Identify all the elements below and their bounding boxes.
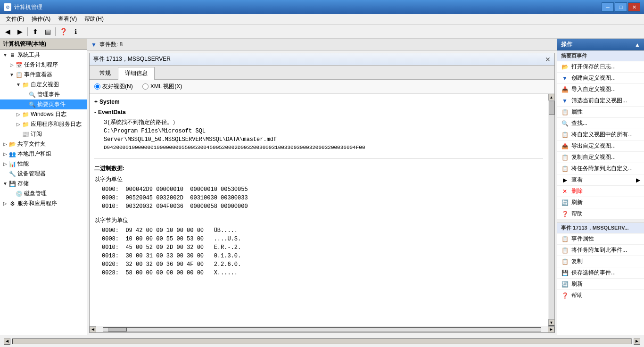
radio-xml[interactable]: XML 视图(X)	[142, 83, 182, 91]
event-detail-dialog: 事件 17113，MSSQLSERVER ✕ 常规 详细信息 友好视图(N) X…	[89, 53, 555, 333]
action-create-custom-view[interactable]: ▼ 创建自定义视图...	[557, 73, 644, 84]
tree-item-performance[interactable]: ▷ 📊 性能	[0, 159, 87, 169]
custom-views-icon: 📁	[22, 81, 29, 89]
action-copy-view[interactable]: 📋 复制自定义视图...	[557, 152, 644, 163]
action-refresh-2[interactable]: 🔄 刷新	[557, 279, 644, 290]
scrollbar-right-btn[interactable]: ▶	[548, 326, 554, 333]
action-import-view[interactable]: 📥 导入自定义视图...	[557, 84, 644, 95]
tree-item-system-tools[interactable]: ▼ 🖥 系统工具	[0, 50, 87, 60]
action-view[interactable]: ▶ 查看 ▶	[557, 174, 644, 186]
detail-scrollbar[interactable]: ▲ ▼	[548, 94, 554, 326]
action-delete[interactable]: ✕ 删除	[557, 186, 644, 197]
action-export-view[interactable]: 📤 导出自定义视图...	[557, 140, 644, 152]
menu-view[interactable]: 查看(V)	[54, 14, 81, 24]
device-manager-icon: 🔧	[8, 170, 16, 178]
tree-item-admin-events[interactable]: 🔍 管理事件	[0, 90, 87, 99]
scrollbar-horizontal-track[interactable]	[103, 327, 541, 332]
byte-unit-bytes-label: 以字节为单位	[94, 216, 543, 224]
maximize-button[interactable]: □	[615, 2, 627, 12]
toolbar-back[interactable]: ◀	[2, 26, 13, 37]
tree-item-event-viewer[interactable]: ▼ 📋 事件查看器	[0, 70, 87, 80]
properties-icon: 📋	[561, 108, 569, 116]
action-open-log[interactable]: 📂 打开保存的日志...	[557, 61, 644, 73]
tab-detail[interactable]: 详细信息	[118, 67, 155, 80]
section-system[interactable]: + System	[94, 97, 543, 107]
expand-icon-shared: ▷	[2, 141, 8, 148]
tree-item-storage[interactable]: ▼ 💾 存储	[0, 179, 87, 189]
scrollbar-horizontal-thumb[interactable]	[108, 328, 127, 331]
scrollbar-up-btn[interactable]: ▲	[548, 94, 555, 100]
action-save-event[interactable]: 💾 保存选择的事件...	[557, 267, 644, 279]
close-button[interactable]: ✕	[628, 2, 640, 12]
toolbar-sep-1	[27, 27, 28, 36]
tree-item-task-scheduler[interactable]: ▷ 📅 任务计划程序	[0, 60, 87, 70]
status-scroll-track[interactable]	[12, 339, 632, 344]
action-export-all[interactable]: 📋 将自定义视图中的所有...	[557, 129, 644, 140]
section-eventdata[interactable]: - EventData	[94, 107, 543, 117]
close-dialog-button[interactable]: ✕	[545, 56, 551, 63]
word-line-2: 0010: 00320032 004F0036 00000058 0000000…	[102, 202, 543, 211]
toolbar-help[interactable]: ❓	[58, 26, 69, 37]
event-detail-header: 事件 17113，MSSQLSERVER ✕	[90, 53, 554, 66]
expand-icon-disk	[8, 190, 15, 197]
refresh-icon-2: 🔄	[561, 281, 569, 288]
action-event-props[interactable]: 📋 事件属性	[557, 233, 644, 245]
detail-scroll-container: + System - EventData 3(系统找不到指定的路径。） C:\P…	[90, 94, 554, 326]
expand-icon-storage: ▼	[2, 181, 8, 187]
tree-item-custom-views[interactable]: ▼ 📁 自定义视图	[0, 80, 87, 90]
status-scroll-right[interactable]: ▶	[634, 338, 640, 345]
word-line-0: 0000: 000042D9 00000010 00000010 0053005…	[102, 185, 543, 194]
action-attach-event-task[interactable]: 📋 将任务附加到此事件...	[557, 245, 644, 256]
toolbar-info[interactable]: ℹ	[70, 26, 81, 37]
tree-item-windows-log[interactable]: ▷ 📁 Windows 日志	[0, 109, 87, 119]
tab-general[interactable]: 常规	[92, 67, 118, 79]
tree-item-device-manager[interactable]: 🔧 设备管理器	[0, 169, 87, 179]
tree-item-summary-events[interactable]: 🔍 摘要页事件	[0, 99, 87, 109]
action-properties[interactable]: 📋 属性	[557, 107, 644, 118]
scrollbar-left-btn[interactable]: ◀	[90, 326, 96, 333]
status-scroll-left[interactable]: ◀	[4, 338, 10, 345]
action-find[interactable]: 🔍 查找...	[557, 118, 644, 129]
toolbar-up[interactable]: ⬆	[30, 26, 41, 37]
eventdata-content: 3(系统找不到指定的路径。） C:\Program Files\Microsof…	[94, 117, 543, 155]
expand-icon-event-viewer: ▼	[8, 72, 15, 78]
toolbar-sep-2	[55, 27, 56, 36]
menu-help[interactable]: 帮助(H)	[81, 14, 107, 24]
tree-item-services-apps[interactable]: ▷ ⚙ 服务和应用程序	[0, 198, 87, 208]
action-help-2[interactable]: ❓ 帮助	[557, 290, 644, 301]
tree-item-disk-mgmt[interactable]: 💿 磁盘管理	[0, 189, 87, 198]
action-filter-view[interactable]: ▼ 筛选当前自定义视图...	[557, 95, 644, 107]
radio-friendly-input[interactable]	[94, 83, 100, 90]
menu-action[interactable]: 操作(A)	[28, 14, 54, 24]
tree-item-shared-folders[interactable]: ▷ 📂 共享文件夹	[0, 139, 87, 149]
scrollbar-down-btn[interactable]: ▼	[548, 319, 555, 326]
system-label: System	[99, 99, 120, 105]
event-text4: D942000010000000100000000550053004500520…	[104, 144, 543, 152]
radio-friendly[interactable]: 友好视图(N)	[94, 83, 133, 91]
scrollbar-thumb[interactable]	[549, 101, 554, 115]
toolbar-forward[interactable]: ▶	[14, 26, 25, 37]
event-text1: 3(系统找不到指定的路径。）	[104, 118, 543, 127]
expand-icon-svc-app: ▷	[2, 200, 8, 207]
tree-item-app-services-log[interactable]: ▷ 📁 应用程序和服务日志	[0, 119, 87, 129]
byte-line-4: 0020: 32 00 32 00 36 00 4F 00 2.2.6.0.	[102, 260, 543, 269]
expand-icon-sub	[15, 131, 22, 138]
tree-item-local-users[interactable]: ▷ 👥 本地用户和组	[0, 149, 87, 159]
shared-folders-icon: 📂	[8, 140, 16, 148]
radio-xml-input[interactable]	[142, 83, 149, 90]
minimize-button[interactable]: ─	[602, 2, 614, 12]
storage-icon: 💾	[8, 180, 16, 188]
tree-item-subscription[interactable]: 📰 订阅	[0, 129, 87, 139]
action-help-1[interactable]: ❓ 帮助	[557, 208, 644, 220]
event-count-label: 事件数: 8	[99, 41, 123, 49]
bottom-scrollbar[interactable]: ◀ ▶	[90, 326, 554, 332]
actions-collapse-icon[interactable]: ▲	[635, 41, 640, 48]
action-refresh-1[interactable]: 🔄 刷新	[557, 197, 644, 208]
filter-view-icon: ▼	[561, 97, 569, 105]
binary-data-title: 二进制数据:	[94, 165, 543, 173]
toolbar-show-hide[interactable]: ▤	[42, 26, 53, 37]
expand-icon-windows-log: ▷	[15, 111, 22, 118]
action-attach-task[interactable]: 📋 将任务附加到此自定义...	[557, 163, 644, 174]
menu-file[interactable]: 文件(F)	[2, 14, 28, 24]
action-copy[interactable]: 📋 复制	[557, 256, 644, 267]
